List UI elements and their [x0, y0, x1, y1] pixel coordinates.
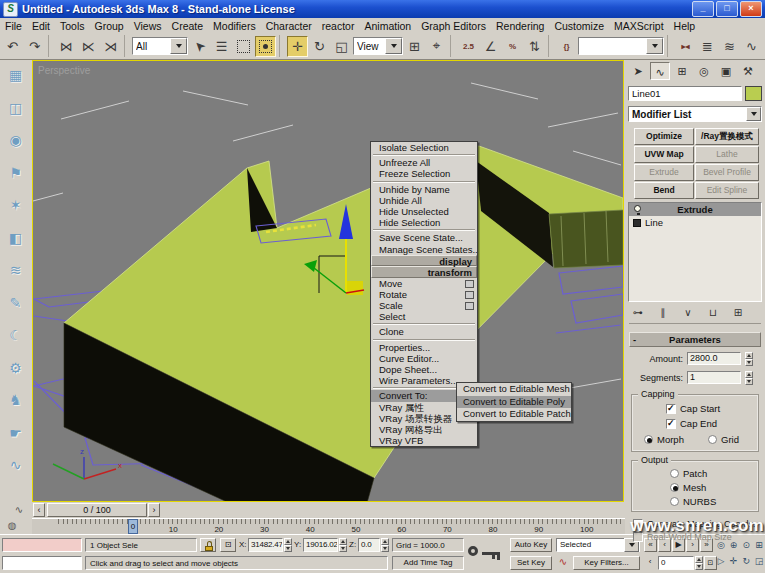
field-of-view-icon[interactable]: ▷ [715, 554, 727, 569]
menu-group[interactable]: Group [90, 20, 129, 32]
cap-start-checkbox[interactable]: Cap Start [666, 403, 720, 414]
menu-animation[interactable]: Animation [359, 20, 416, 32]
collapse-icon[interactable]: - [633, 333, 636, 346]
make-unique-icon[interactable]: ∨ [679, 306, 697, 321]
menu-item-select[interactable]: Select [371, 311, 477, 322]
select-and-manipulate-icon[interactable]: ⌖ [426, 36, 447, 57]
expand-icon[interactable] [633, 219, 641, 227]
menu-item-hide-selection[interactable]: Hide Selection [371, 217, 477, 228]
menu-item-manage-scene-states[interactable]: Manage Scene States... [371, 244, 477, 255]
spinner-snap-toggle-icon[interactable]: ⇅ [524, 36, 545, 57]
menu-graph-editors[interactable]: Graph Editors [416, 20, 491, 32]
menu-file[interactable]: File [0, 20, 27, 32]
redo-icon[interactable]: ↷ [24, 36, 45, 57]
percent-snap-toggle-icon[interactable]: % [502, 36, 523, 57]
tab-objects-icon[interactable]: ▦ [4, 65, 28, 86]
mirror-icon[interactable]: ▸◂ [675, 36, 696, 57]
menu-item-unhide-by-name[interactable]: Unhide by Name [371, 184, 477, 195]
z-coordinate-field[interactable]: 0.0 [358, 538, 380, 552]
time-slider[interactable]: 0 / 100 [47, 503, 147, 517]
track-bar[interactable]: 0 102030405060708090100 [32, 518, 625, 535]
menu-item-freeze-selection[interactable]: Freeze Selection [371, 168, 477, 179]
menu-views[interactable]: Views [129, 20, 167, 32]
menu-item-hide-unselected[interactable]: Hide Unselected [371, 206, 477, 217]
zoom-extents-icon[interactable]: ⊙ [741, 538, 753, 553]
segments-field[interactable]: 1 [687, 371, 741, 384]
modifier-button-ray置换模式[interactable]: /Ray置换模式 [695, 128, 759, 145]
segments-spinner[interactable] [745, 371, 753, 385]
menu-item-convert-to-editable-mesh[interactable]: Convert to Editable Mesh [457, 383, 571, 396]
trackbar-frame-marker[interactable]: 0 [128, 519, 138, 534]
lightbulb-icon[interactable] [634, 205, 641, 212]
menu-maxscript[interactable]: MAXScript [609, 20, 669, 32]
named-selection-sets[interactable] [578, 37, 664, 55]
chevron-down-icon[interactable] [170, 38, 187, 54]
viewport-label[interactable]: Perspective [38, 65, 90, 76]
patch-radio[interactable]: Patch [670, 468, 707, 479]
tab-hierarchy-icon[interactable]: ⊞ [672, 62, 692, 80]
x-coordinate-field[interactable]: 31482.479 [248, 538, 283, 552]
chevron-down-icon[interactable] [385, 38, 402, 54]
menu-create[interactable]: Create [167, 20, 209, 32]
tab-compounds-icon[interactable]: ◉ [4, 130, 28, 151]
tab-helpers-icon[interactable]: ◧ [4, 228, 28, 249]
modifier-button-uvw-map[interactable]: UVW Map [634, 146, 694, 163]
show-end-result-icon[interactable]: ∥ [654, 306, 672, 321]
tab-display-icon[interactable]: ▣ [716, 62, 736, 80]
use-pivot-point-center-icon[interactable]: ⊞ [404, 36, 425, 57]
frame-spinner[interactable] [695, 556, 703, 570]
undo-icon[interactable]: ↶ [2, 36, 23, 57]
menu-character[interactable]: Character [261, 20, 317, 32]
rectangular-selection-region-icon[interactable] [233, 36, 254, 57]
tab-modeling-icon[interactable]: ☾ [4, 325, 28, 346]
close-button[interactable]: × [740, 1, 762, 17]
tab-ik-icon[interactable]: ☛ [4, 423, 28, 444]
selection-lock-toggle[interactable] [200, 538, 216, 552]
menu-item-curve-editor[interactable]: Curve Editor... [371, 353, 477, 364]
menu-item-save-scene-state[interactable]: Save Scene State... [371, 232, 477, 243]
menu-item-clone[interactable]: Clone [371, 326, 477, 337]
modifier-button-bend[interactable]: Bend [634, 182, 694, 199]
tab-rendering-icon[interactable]: ⚙ [4, 358, 28, 379]
select-and-move-icon[interactable]: ✛ [287, 36, 308, 57]
stack-item-extrude[interactable]: Extrude [629, 203, 761, 216]
absolute-mode-toggle[interactable]: ⊡ [220, 538, 236, 552]
maximize-button[interactable]: □ [716, 1, 738, 17]
modifier-list-dropdown[interactable]: Modifier List [628, 106, 762, 122]
minimize-button[interactable]: _ [692, 1, 714, 17]
tab-lights-cameras-icon[interactable]: ⚑ [4, 163, 28, 184]
menu-item-properties[interactable]: Properties... [371, 342, 477, 353]
angle-snap-toggle-icon[interactable]: ∠ [480, 36, 501, 57]
tab-animation-icon[interactable]: ♞ [4, 390, 28, 411]
menu-item-convert-to-editable-poly[interactable]: Convert to Editable Poly [457, 396, 571, 409]
chevron-down-icon[interactable] [646, 38, 663, 54]
go-to-previous-key-icon[interactable]: ‹ [644, 556, 656, 570]
viewport-scene[interactable]: z x [33, 61, 623, 501]
select-and-link-icon[interactable]: ⋈ [56, 36, 77, 57]
select-object-icon[interactable]: ➤ [189, 36, 210, 57]
tab-space-warps-icon[interactable]: ≋ [4, 260, 28, 281]
amount-spinner[interactable] [745, 352, 753, 366]
time-step-back-button[interactable]: ‹ [33, 503, 45, 517]
keyboard-override-icon[interactable] [468, 541, 504, 567]
pin-stack-icon[interactable]: ⊶ [629, 306, 647, 321]
tab-utilities-icon[interactable]: ⚒ [738, 62, 758, 80]
select-and-uniform-scale-icon[interactable]: ◱ [331, 36, 352, 57]
z-spinner[interactable] [381, 538, 389, 552]
default-tangents-icon[interactable]: ∿ [556, 556, 570, 570]
nurbs-radio[interactable]: NURBS [670, 496, 716, 507]
menu-item-isolate-selection[interactable]: Isolate Selection [371, 142, 477, 153]
morph-radio[interactable]: Morph [644, 434, 684, 445]
tab-modify-icon[interactable]: ∿ [650, 62, 670, 80]
object-color-swatch[interactable] [745, 86, 762, 101]
amount-field[interactable]: 2800.0 [687, 352, 741, 365]
menu-item-vray-网格导出[interactable]: VRay 网格导出 [371, 424, 477, 435]
window-crossing-toggle-icon[interactable] [255, 36, 276, 57]
reference-coordinate-system[interactable]: View [353, 37, 403, 55]
tab-create-icon[interactable]: ➤ [628, 62, 648, 80]
unlink-selection-icon[interactable]: ⋉ [78, 36, 99, 57]
y-spinner[interactable] [339, 538, 347, 552]
tab-maxscript-icon[interactable]: ∿ [4, 455, 28, 476]
trackbar-ruler[interactable]: 0 102030405060708090100 [58, 519, 625, 535]
add-time-tag[interactable]: Add Time Tag [392, 556, 464, 570]
